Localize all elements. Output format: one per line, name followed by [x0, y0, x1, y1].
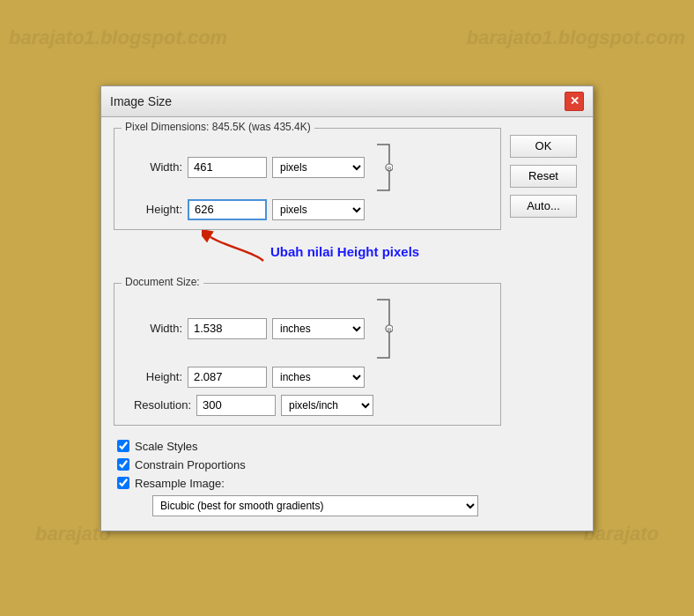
title-bar: Image Size ✕: [101, 86, 593, 117]
constrain-proportions-checkbox[interactable]: [117, 458, 129, 471]
close-button[interactable]: ✕: [565, 92, 584, 111]
scale-styles-row: Scale Styles: [117, 440, 501, 453]
doc-width-input[interactable]: [188, 318, 267, 339]
scale-styles-label: Scale Styles: [135, 440, 198, 453]
constrain-proportions-label: Constrain Proportions: [135, 458, 246, 471]
watermark-1: barajato1.blogspot.com: [9, 26, 227, 49]
ok-button[interactable]: OK: [510, 135, 577, 158]
resample-image-row: Resample Image:: [117, 477, 501, 490]
pixel-height-label: Height:: [125, 203, 182, 216]
svg-text:8: 8: [388, 165, 392, 173]
resample-image-checkbox[interactable]: [117, 477, 129, 489]
dialog-body: Pixel Dimensions: 845.5K (was 435.4K) Wi…: [101, 117, 593, 531]
document-size-section: Document Size: Width: inches: [114, 283, 501, 426]
pixel-width-unit-select[interactable]: pixels: [272, 157, 365, 178]
chain-bracket-pixels: 8: [373, 143, 393, 192]
pixel-width-label: Width:: [125, 160, 182, 174]
pixel-height-input[interactable]: [188, 199, 267, 220]
dialog-title: Image Size: [110, 94, 172, 108]
document-size-label: Document Size:: [122, 276, 203, 288]
annotation-text: Ubah nilai Height pixels: [270, 244, 419, 259]
resample-method-select[interactable]: Bicubic (best for smooth gradients): [152, 495, 478, 516]
doc-height-label: Height:: [125, 370, 182, 383]
resolution-label: Resolution:: [125, 398, 191, 412]
doc-width-label: Width:: [125, 322, 182, 335]
annotation-arrow: [202, 230, 272, 265]
watermark-2: barajato1.blogspot.com: [467, 26, 685, 49]
pixel-height-unit-select[interactable]: pixels: [272, 199, 365, 220]
pixel-dimensions-section: Pixel Dimensions: 845.5K (was 435.4K) Wi…: [114, 128, 501, 230]
left-panel: Pixel Dimensions: 845.5K (was 435.4K) Wi…: [114, 128, 501, 520]
checkboxes-section: Scale Styles Constrain Proportions Resam…: [114, 434, 501, 520]
resample-image-label: Resample Image:: [135, 477, 225, 490]
watermark-4: barajato: [35, 523, 111, 545]
image-size-dialog: Image Size ✕ Pixel Dimensions: 845.5K (w…: [100, 85, 594, 531]
constrain-proportions-row: Constrain Proportions: [117, 458, 501, 471]
svg-text:8: 8: [388, 326, 392, 334]
auto-button[interactable]: Auto...: [510, 195, 577, 218]
reset-button[interactable]: Reset: [510, 165, 577, 188]
doc-height-input[interactable]: [188, 367, 267, 388]
scale-styles-checkbox[interactable]: [117, 440, 129, 452]
doc-height-unit-select[interactable]: inches: [272, 367, 365, 388]
resolution-input[interactable]: [196, 395, 276, 416]
pixel-width-input[interactable]: [188, 157, 267, 178]
watermark-3: barajato: [583, 523, 659, 545]
resolution-unit-select[interactable]: pixels/inch: [281, 395, 373, 416]
right-panel: OK Reset Auto...: [510, 128, 580, 520]
pixel-dimensions-label: Pixel Dimensions: 845.5K (was 435.4K): [122, 121, 314, 133]
doc-width-unit-select[interactable]: inches: [272, 318, 365, 339]
chain-bracket-doc: 8: [373, 298, 393, 360]
